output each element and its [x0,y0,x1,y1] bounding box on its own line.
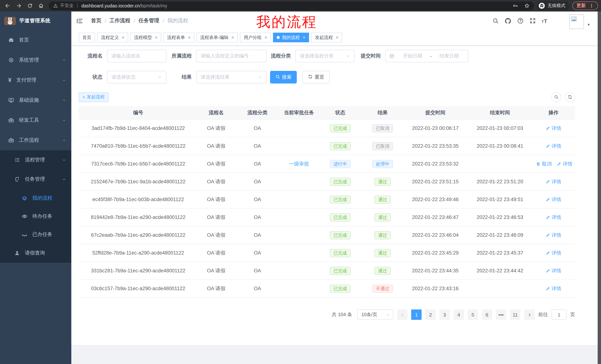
page-button-5[interactable]: 5 [468,309,478,320]
filter-status-label: 状态 [79,74,107,80]
result-select[interactable]: 请选择流结果 [196,71,267,84]
forward-icon[interactable] [16,3,21,9]
cell-id: 7317cec6-7b9b-11ec-b5b7-acde48001122 [79,155,198,173]
reset-button[interactable]: 重置 [302,71,330,84]
fullscreen-icon[interactable] [529,18,536,24]
cell-status: 已完成 [318,208,362,226]
table-search-button[interactable] [551,92,561,102]
submit-time-range[interactable]: 开始日期 - 结束日期 [385,50,468,62]
search-icon[interactable] [492,18,499,24]
pen-icon [557,162,561,166]
detail-link[interactable]: 详情 [546,143,561,149]
address-bar[interactable]: 不安全 dashboard.yudao.iocoder.cn/bpm/task/… [49,1,534,10]
github-icon[interactable] [504,17,511,24]
cancel-link[interactable]: 取消 [536,161,551,167]
sidebar-item-infrastructure[interactable]: 基础设施 [0,90,71,110]
detail-link[interactable]: 详情 [546,249,561,256]
cell-task [280,262,318,280]
page-button-6[interactable]: 6 [482,309,492,320]
process-definition-input[interactable]: 请输入流程定义的编号 [196,50,267,62]
sidebar-item-devtools[interactable]: 研发工具 [0,110,71,130]
current-task-link[interactable]: 一级审批 [289,161,309,166]
close-icon[interactable]: × [336,35,338,40]
detail-link[interactable]: 详情 [546,196,561,203]
home-icon[interactable] [38,3,44,9]
breadcrumb-item[interactable]: 工作流程 [110,18,130,24]
close-icon[interactable]: × [303,35,305,40]
avatar[interactable] [570,14,584,29]
app-logo-row: 芋道管理系统 [0,11,71,30]
close-icon[interactable]: × [122,35,124,40]
page-button-more[interactable]: ••• [496,309,506,320]
pen-icon [546,126,550,130]
page-button-1[interactable]: 1 [411,309,421,320]
reload-icon[interactable] [27,3,33,9]
tab-home[interactable]: 首页 [79,33,95,42]
breadcrumb-item[interactable]: 任务管理 [139,18,159,24]
cell-result: 通过 [362,262,403,280]
table-refresh-button[interactable] [565,92,575,102]
detail-link[interactable]: 详情 [546,267,561,274]
page-button-4[interactable]: 4 [453,309,464,320]
sidebar-item-done-tasks[interactable]: 已办任务 [0,225,71,243]
cell-submit-time: 2022-01-22 23:46:04 [403,226,468,244]
page-button-2[interactable]: 2 [425,309,436,320]
sidebar-item-payment[interactable]: ¥支付管理 [0,70,71,90]
status-select[interactable]: 请选择状态 [107,71,166,84]
page-button-11[interactable]: 11 [510,309,521,320]
page-button-3[interactable]: 3 [440,309,450,320]
detail-link[interactable]: 详情 [546,178,561,185]
sidebar-item-task-mgmt[interactable]: 任务管理 [0,170,71,189]
tab-user-group[interactable]: 用户分组× [240,33,271,42]
close-icon[interactable]: × [188,35,190,40]
cell-actions: 详情 [532,208,575,226]
back-icon[interactable] [5,3,10,9]
prev-page-button[interactable] [397,309,408,320]
category-select[interactable]: 请选择流程分类 [295,50,355,62]
cell-name: OA 请假 [198,226,235,244]
sidebar-item-my-process[interactable]: 我的流程 [0,189,71,207]
tab-process-model[interactable]: 流程模型× [130,33,161,42]
page-size-select[interactable]: 10条/页 [357,309,393,320]
tab-my-process[interactable]: 我的流程× [273,33,309,42]
page-scrollbar[interactable] [598,11,601,364]
caret-down-icon[interactable]: ▾ [588,22,590,27]
create-process-button[interactable]: +发起流程 [79,92,108,102]
close-icon[interactable]: × [231,35,234,40]
detail-link[interactable]: 详情 [546,214,561,220]
font-size-icon[interactable]: TT [541,18,547,24]
process-name-input[interactable]: 请输入流程名 [107,50,166,62]
bookmark-star-icon[interactable] [524,3,530,9]
close-icon[interactable]: × [155,35,158,40]
sidebar-item-workflow[interactable]: 工作流程 [0,130,71,150]
column-header-2: 流程分类 [235,106,280,119]
detail-link[interactable]: 详情 [546,285,561,292]
kebab-menu-icon[interactable]: ⋮ [589,3,594,9]
breadcrumb: 首页/工作流程/任务管理/我的流程 [91,18,188,24]
breadcrumb-item[interactable]: 首页 [91,18,101,24]
sidebar-item-home[interactable]: 首页 [0,30,71,50]
column-header-8: 操作 [532,106,575,119]
next-page-button[interactable] [524,309,534,320]
detail-link[interactable]: 详情 [557,161,572,167]
cell-submit-time: 2022-01-22 23:46:47 [403,208,468,226]
sidebar-item-leave-query[interactable]: 请假查询 [0,243,71,263]
tab-process-form-edit[interactable]: 流程表单-编辑× [197,33,238,42]
detail-link[interactable]: 详情 [546,125,561,132]
sidebar-item-process-mgmt[interactable]: 流程管理 [0,150,71,170]
sidebar-item-todo-tasks[interactable]: 待办任务 [0,207,71,225]
detail-link[interactable]: 详情 [546,232,561,238]
search-button[interactable]: 搜索 [270,71,297,84]
browser-update-button[interactable]: 更新 ⋮ [572,1,598,10]
tab-process-form[interactable]: 流程表单× [163,33,194,42]
cell-result: 通过 [362,208,403,226]
sidebar-item-system[interactable]: 系统管理 [0,50,71,70]
cell-actions: 详情 [532,280,575,297]
password-key-icon[interactable] [513,3,518,9]
jump-page-input[interactable]: 1 [551,309,566,320]
tab-process-definition[interactable]: 流程定义× [97,33,128,42]
hamburger-icon[interactable] [76,17,83,24]
tab-start-process[interactable]: 发起流程× [311,33,342,42]
help-icon[interactable] [517,18,524,24]
close-icon[interactable]: × [264,35,267,40]
